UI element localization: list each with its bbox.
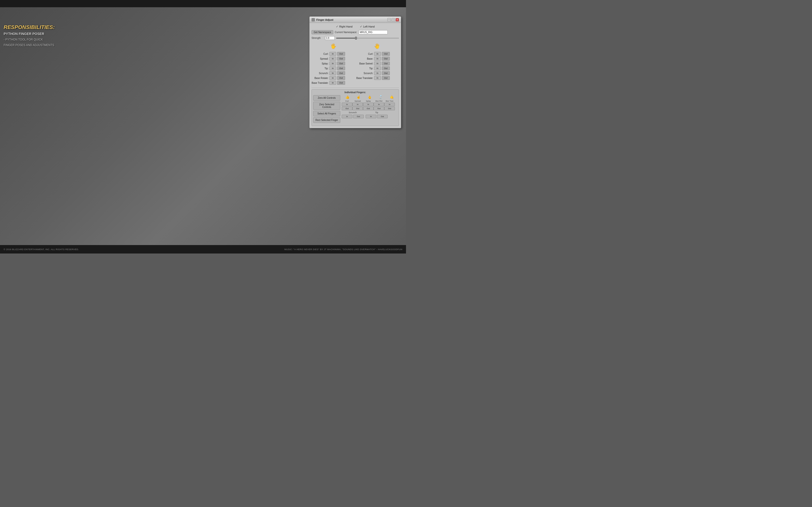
finger-controls-col: 👍 ☝️ 🖕 💍 🤙 Curl Spread Splay Bse Rot Bse… bbox=[342, 95, 397, 123]
left-hand-check: ✓ bbox=[360, 25, 362, 28]
curl-in-left[interactable]: In bbox=[329, 52, 336, 56]
splay-row: Splay: In Out bbox=[311, 62, 354, 65]
zero-all-button[interactable]: Zero All Controls bbox=[313, 95, 340, 101]
splay-col-header: Splay bbox=[363, 100, 373, 102]
select-all-button[interactable]: Select All Fingers bbox=[313, 111, 340, 116]
splay-in[interactable]: In bbox=[329, 62, 336, 65]
base-label: Base: bbox=[356, 57, 373, 60]
strength-label: Strength bbox=[311, 37, 323, 39]
base-row: Base: In Out bbox=[356, 57, 399, 61]
slider-thumb[interactable] bbox=[355, 37, 357, 40]
scrunch-in-left[interactable]: In bbox=[329, 71, 336, 75]
ring-icon: 💍 bbox=[379, 95, 383, 99]
spread-out[interactable]: Out bbox=[337, 57, 345, 61]
action-buttons-col: Zero All Controls Zero Selected Controls… bbox=[313, 95, 340, 123]
tip-in-indiv[interactable]: In bbox=[366, 115, 376, 118]
bse-tran-in-indiv[interactable]: In bbox=[384, 103, 395, 106]
base-rotate-row: Base Rotate: In Out bbox=[311, 76, 354, 80]
splay-out[interactable]: Out bbox=[337, 62, 345, 65]
right-hand-label: Right Hand bbox=[339, 25, 353, 28]
scrunch-col-header: Scrunch bbox=[342, 111, 364, 114]
overlay-title: RESPONSIBILITIES: bbox=[4, 24, 55, 31]
tip-out-right[interactable]: Out bbox=[382, 66, 390, 70]
curl-out-indiv[interactable]: Out bbox=[342, 107, 352, 110]
all-controls-section: Curl: In Out Spread: In Out Splay: In Ou… bbox=[311, 52, 399, 86]
tip-in-left[interactable]: In bbox=[329, 66, 336, 70]
namespace-input[interactable] bbox=[359, 30, 388, 34]
individual-fingers-content: Zero All Controls Zero Selected Controls… bbox=[313, 95, 397, 123]
left-hand-icon: 🖐 bbox=[331, 43, 337, 49]
overlay-subtitle: PYTHON FINGER POSER bbox=[4, 32, 55, 36]
tip-col-header: Tip bbox=[366, 111, 388, 114]
base-swivel-in[interactable]: In bbox=[374, 62, 381, 65]
base-in[interactable]: In bbox=[374, 57, 381, 61]
separator bbox=[311, 88, 399, 88]
tip-out-indiv[interactable]: Out bbox=[377, 115, 388, 118]
index-icon: ☝️ bbox=[356, 95, 361, 99]
curl-out-right[interactable]: Out bbox=[382, 52, 390, 56]
base-swivel-out[interactable]: Out bbox=[382, 62, 390, 65]
base-translate-out-right[interactable]: Out bbox=[382, 76, 390, 80]
splay-out-indiv[interactable]: Out bbox=[363, 107, 373, 110]
tip-out-left[interactable]: Out bbox=[337, 66, 345, 70]
base-rotate-out[interactable]: Out bbox=[337, 76, 345, 80]
strength-slider[interactable] bbox=[336, 38, 399, 39]
scrunch-label-left: Scrunch: bbox=[311, 72, 328, 74]
close-button[interactable]: ✕ bbox=[396, 18, 399, 21]
base-out[interactable]: Out bbox=[382, 57, 390, 61]
tip-section: Tip In Out bbox=[366, 111, 388, 118]
thumb-icon: 👍 bbox=[345, 95, 349, 99]
splay-label: Splay: bbox=[311, 62, 328, 65]
namespace-row: Get Namespace Current Namespace: bbox=[311, 30, 399, 34]
strength-value[interactable] bbox=[325, 36, 335, 40]
curl-out-left[interactable]: Out bbox=[337, 52, 345, 56]
base-translate-in-right[interactable]: In bbox=[374, 76, 381, 80]
right-hand-check: ✓ bbox=[336, 25, 338, 28]
top-bar bbox=[0, 0, 406, 7]
panel-window-controls: — □ ✕ bbox=[388, 18, 399, 21]
base-translate-label-left: Base Translate: bbox=[311, 81, 328, 84]
curl-in-right[interactable]: In bbox=[374, 52, 381, 56]
bse-rot-col-header: Bse Rot bbox=[373, 100, 384, 102]
maximize-button[interactable]: □ bbox=[392, 18, 395, 21]
base-translate-out-left[interactable]: Out bbox=[337, 81, 345, 85]
base-swivel-label: Base Swivel: bbox=[356, 62, 373, 65]
tip-label-left: Tip: bbox=[311, 67, 328, 70]
panel-titlebar: Finger Adjust — □ ✕ bbox=[310, 17, 401, 23]
spread-row: Spread: In Out bbox=[311, 57, 354, 61]
curl-in-indiv[interactable]: In bbox=[342, 103, 352, 106]
base-translate-in-left[interactable]: In bbox=[329, 81, 336, 85]
scrunch-section: Scrunch In Out bbox=[342, 111, 364, 118]
scrunch-in-right[interactable]: In bbox=[374, 71, 381, 75]
spread-in-indiv[interactable]: In bbox=[352, 103, 363, 106]
splay-in-indiv[interactable]: In bbox=[363, 103, 373, 106]
zero-selected-button[interactable]: Zero Selected Controls bbox=[313, 102, 340, 110]
strength-row: Strength bbox=[311, 36, 399, 40]
right-hand-option: ✓ Right Hand bbox=[336, 25, 353, 28]
out-buttons-row: Out Out Out Out Out bbox=[342, 107, 397, 110]
get-namespace-button[interactable]: Get Namespace bbox=[311, 30, 333, 34]
scrunch-out-left[interactable]: Out bbox=[337, 71, 345, 75]
base-rotate-label: Base Rotate: bbox=[311, 77, 328, 79]
panel-title: Finger Adjust bbox=[316, 18, 333, 21]
spread-col-header: Spread bbox=[352, 100, 363, 102]
left-hand-label: Left Hand bbox=[363, 25, 375, 28]
copyright-text: © 2016 BLIZZARD ENTERTAINMENT, INC. ALL … bbox=[4, 248, 79, 250]
bse-tran-out-indiv[interactable]: Out bbox=[384, 107, 395, 110]
panel-title-left: Finger Adjust bbox=[311, 18, 333, 21]
scrunch-in-indiv[interactable]: In bbox=[342, 115, 352, 118]
tip-row-right: Tip: In Out bbox=[356, 66, 399, 70]
middle-icon: 🖕 bbox=[367, 95, 372, 99]
scrunch-out-indiv[interactable]: Out bbox=[353, 115, 364, 118]
spread-in[interactable]: In bbox=[329, 57, 336, 61]
bse-rot-out-indiv[interactable]: Out bbox=[373, 107, 384, 110]
minimize-button[interactable]: — bbox=[388, 18, 391, 21]
scrunch-label-right: Scrunch: bbox=[356, 72, 373, 74]
spread-out-indiv[interactable]: Out bbox=[352, 107, 363, 110]
rect-selected-button[interactable]: Rect Selected Finger bbox=[313, 117, 340, 123]
base-rotate-in[interactable]: In bbox=[329, 76, 336, 80]
bse-rot-in-indiv[interactable]: In bbox=[373, 103, 384, 106]
scrunch-out-right[interactable]: Out bbox=[382, 71, 390, 75]
tip-in-right[interactable]: In bbox=[374, 66, 381, 70]
tip-label-right: Tip: bbox=[356, 67, 373, 70]
